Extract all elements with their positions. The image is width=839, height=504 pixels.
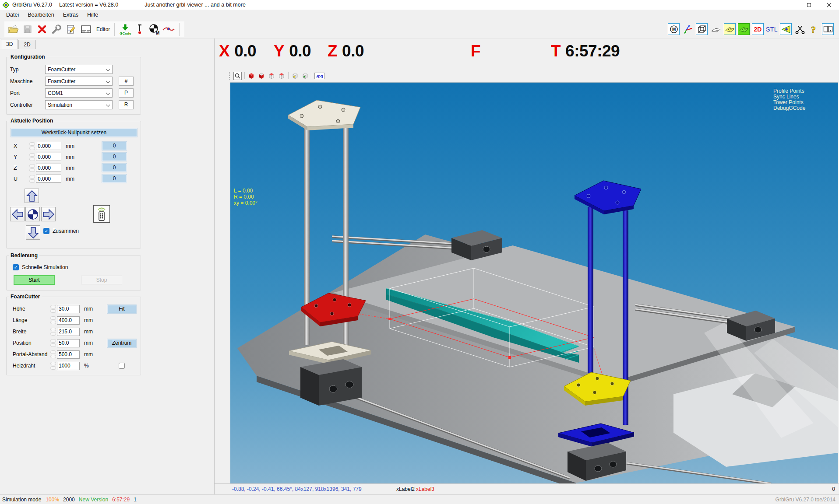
spin-down-button[interactable] bbox=[29, 158, 35, 161]
jog-home-button[interactable] bbox=[25, 207, 40, 221]
together-checkbox[interactable]: ✓ bbox=[43, 228, 49, 234]
show-green-button[interactable] bbox=[301, 72, 309, 80]
open-file-button[interactable] bbox=[7, 22, 19, 36]
spin-up-button[interactable] bbox=[29, 142, 35, 146]
delete-button[interactable] bbox=[36, 22, 48, 36]
machine-zero-button[interactable]: M bbox=[148, 22, 160, 36]
save-button[interactable] bbox=[21, 22, 34, 36]
x-zero-button[interactable]: 0 bbox=[102, 142, 127, 150]
spin-down-button[interactable] bbox=[50, 343, 56, 347]
spin-down-button[interactable] bbox=[50, 366, 56, 370]
tab-2d[interactable]: 2D bbox=[18, 40, 35, 49]
help-button[interactable]: ? bbox=[808, 23, 820, 35]
laenge-field[interactable] bbox=[57, 316, 80, 325]
spin-down-button[interactable] bbox=[29, 168, 35, 172]
link-profile-points[interactable]: Profile Points bbox=[773, 88, 805, 94]
coordinate-axes-button[interactable] bbox=[682, 23, 694, 35]
toolbar-grip[interactable] bbox=[229, 72, 231, 80]
fit-button[interactable]: Fit bbox=[107, 305, 136, 313]
status-new-version[interactable]: New Version bbox=[79, 497, 108, 503]
u-position-field[interactable] bbox=[36, 175, 61, 183]
set-workpiece-zero-button[interactable]: Werkstück-Nullpunkt setzen bbox=[11, 128, 137, 137]
spin-up-button[interactable] bbox=[50, 350, 56, 354]
y-zero-button[interactable]: 0 bbox=[102, 153, 127, 161]
position-field[interactable] bbox=[57, 339, 80, 347]
zoom-fit-button[interactable] bbox=[233, 72, 242, 80]
spin-up-button[interactable] bbox=[29, 164, 35, 168]
viewport-3d[interactable]: L = 0.00 R = 0.00 xy = 0.00° Profile Poi… bbox=[230, 82, 838, 483]
start-button[interactable]: Start bbox=[14, 275, 55, 285]
remote-control-button[interactable] bbox=[93, 205, 110, 223]
maximize-button[interactable] bbox=[799, 0, 819, 10]
spin-up-button[interactable] bbox=[50, 362, 56, 365]
spin-down-button[interactable] bbox=[50, 309, 56, 313]
show-red-small-button[interactable] bbox=[277, 72, 286, 80]
window-layout-button[interactable] bbox=[822, 23, 834, 35]
show-red-corner-button[interactable] bbox=[267, 72, 275, 80]
spin-up-button[interactable] bbox=[50, 305, 56, 308]
jog-right-button[interactable] bbox=[41, 207, 56, 221]
port-dropdown[interactable]: COM1 bbox=[45, 88, 113, 98]
minimize-button[interactable] bbox=[779, 0, 799, 10]
stl-button[interactable]: STL bbox=[766, 23, 778, 35]
z-position-field[interactable] bbox=[36, 164, 61, 172]
spin-up-button[interactable] bbox=[29, 153, 35, 157]
tab-3d[interactable]: 3D bbox=[1, 39, 18, 49]
heizdraht-checkbox[interactable] bbox=[119, 363, 125, 369]
spin-up-button[interactable] bbox=[29, 175, 35, 178]
menu-extras[interactable]: Extras bbox=[59, 10, 83, 20]
menu-bearbeiten[interactable]: Bearbeiten bbox=[23, 10, 58, 20]
spin-up-button[interactable] bbox=[50, 339, 56, 343]
spin-up-button[interactable] bbox=[50, 328, 56, 331]
view-3d-button[interactable] bbox=[696, 23, 708, 35]
menu-hilfe[interactable]: Hilfe bbox=[83, 10, 102, 20]
u-zero-button[interactable]: 0 bbox=[102, 175, 127, 183]
spin-down-button[interactable] bbox=[50, 321, 56, 324]
jog-down-button[interactable] bbox=[26, 225, 40, 240]
spin-down-button[interactable] bbox=[50, 332, 56, 336]
controller-dropdown[interactable]: Simulation bbox=[45, 100, 113, 109]
heizdraht-field[interactable] bbox=[57, 362, 80, 370]
hoehe-field[interactable] bbox=[57, 305, 80, 313]
spin-up-button[interactable] bbox=[50, 316, 56, 320]
spin-down-button[interactable] bbox=[29, 179, 35, 183]
gcode-load-button[interactable]: GCode bbox=[119, 22, 131, 36]
show-red-light-top-button[interactable] bbox=[257, 72, 265, 80]
settings-button[interactable] bbox=[50, 22, 63, 36]
maschine-dropdown[interactable]: FoamCutter bbox=[45, 77, 113, 86]
machine-mode-button[interactable]: M bbox=[668, 23, 680, 35]
wing-profile-button[interactable] bbox=[162, 22, 175, 36]
stop-button[interactable]: Stop bbox=[81, 276, 122, 284]
show-yellow-button[interactable] bbox=[291, 72, 299, 80]
probe-button[interactable] bbox=[134, 22, 146, 36]
link-tower-points[interactable]: Tower Points bbox=[773, 100, 805, 105]
notes-button[interactable] bbox=[65, 22, 77, 36]
menu-datei[interactable]: Datei bbox=[2, 10, 23, 20]
center-button[interactable]: Zentrum bbox=[107, 339, 136, 347]
save-jpg-button[interactable]: Jpg bbox=[314, 73, 324, 79]
spin-down-button[interactable] bbox=[29, 147, 35, 150]
x-position-field[interactable] bbox=[36, 142, 61, 150]
cut-button[interactable] bbox=[794, 23, 806, 35]
y-position-field[interactable] bbox=[36, 153, 61, 161]
link-debug-gcode[interactable]: DebugGCode bbox=[773, 105, 805, 111]
machine-settings-button[interactable]: # bbox=[119, 77, 134, 86]
link-sync-lines[interactable]: Sync Lines bbox=[773, 94, 805, 100]
spin-down-button[interactable] bbox=[50, 355, 56, 358]
plate-view-active-button[interactable] bbox=[738, 23, 750, 35]
view-plane-button[interactable] bbox=[710, 23, 722, 35]
jog-left-button[interactable] bbox=[10, 207, 25, 221]
plate-view-button[interactable] bbox=[724, 23, 736, 35]
show-solid-red-button[interactable] bbox=[247, 72, 255, 80]
jog-up-button[interactable] bbox=[25, 189, 39, 203]
port-refresh-button[interactable]: P bbox=[119, 88, 134, 98]
portal-abstand-field[interactable] bbox=[57, 350, 80, 359]
view-2d-button[interactable]: 2D bbox=[752, 23, 764, 35]
breite-field[interactable] bbox=[57, 328, 80, 336]
fast-simulation-checkbox[interactable]: ✓ bbox=[13, 264, 19, 270]
controller-reset-button[interactable]: R bbox=[119, 100, 134, 109]
editor-button[interactable] bbox=[79, 22, 93, 36]
typ-dropdown[interactable]: FoamCutter bbox=[45, 65, 113, 74]
z-zero-button[interactable]: 0 bbox=[102, 164, 127, 172]
view-direction-button[interactable] bbox=[780, 23, 792, 35]
